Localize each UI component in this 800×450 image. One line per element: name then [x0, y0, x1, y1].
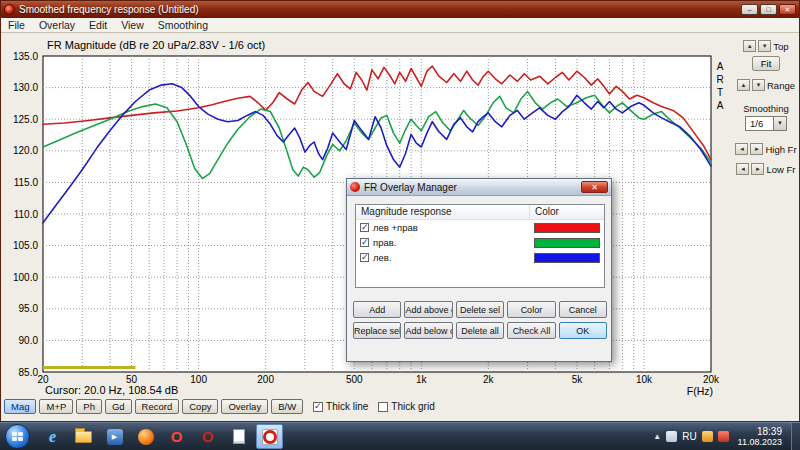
side-panel: Top Fit Range Smoothing 1/6 High Fr: [734, 37, 798, 175]
low-fr-label: Low Fr: [766, 164, 795, 175]
arta-taskbar-icon[interactable]: [256, 424, 283, 449]
smoothing-select[interactable]: 1/6: [745, 116, 787, 131]
menu-file[interactable]: File: [1, 19, 32, 31]
ie-icon[interactable]: [39, 424, 66, 449]
dialog-titlebar[interactable]: FR Overlay Manager: [347, 179, 611, 196]
close-icon[interactable]: [779, 4, 796, 15]
svg-text:5k: 5k: [572, 374, 584, 385]
record-button[interactable]: Record: [135, 399, 180, 414]
overlay-item[interactable]: лев +прав: [356, 220, 604, 235]
color-button[interactable]: Color: [507, 301, 555, 318]
thick-grid-label: Thick grid: [391, 401, 434, 412]
overlay-button[interactable]: Overlay: [221, 399, 268, 414]
add-above-crs-button[interactable]: Add above crs: [404, 301, 452, 318]
svg-text:100.0: 100.0: [13, 272, 38, 283]
bw-button[interactable]: B/W: [271, 399, 303, 414]
explorer-icon[interactable]: [70, 424, 97, 449]
range-down-button[interactable]: [752, 79, 765, 91]
fit-button[interactable]: Fit: [752, 56, 781, 71]
firefox-glyph: [138, 429, 154, 445]
tray-icon-2[interactable]: [702, 431, 713, 442]
overlay-item-checkbox[interactable]: [360, 253, 369, 262]
document-icon[interactable]: [225, 424, 252, 449]
maximize-icon[interactable]: [760, 4, 777, 15]
m-plus-p-button[interactable]: M+P: [39, 399, 73, 414]
dialog-close-icon[interactable]: [581, 181, 608, 193]
overlay-item-color-swatch: [534, 223, 600, 233]
svg-text:T: T: [717, 87, 723, 98]
svg-text:1k: 1k: [416, 374, 428, 385]
overlay-list[interactable]: Magnitude response Color лев +правправ.л…: [355, 204, 605, 288]
high-fr-left-button[interactable]: [735, 143, 748, 155]
cursor-status: Cursor: 20.0 Hz, 108.54 dB: [45, 384, 178, 396]
opera-icon[interactable]: [163, 424, 190, 449]
opera-2-icon[interactable]: [194, 424, 221, 449]
overlay-item[interactable]: лев.: [356, 250, 604, 265]
overlay-item-checkbox[interactable]: [360, 223, 369, 232]
svg-text:100: 100: [190, 374, 207, 385]
thick-line-label: Thick line: [326, 401, 368, 412]
mag-button[interactable]: Mag: [4, 399, 36, 414]
bottom-toolbar: Mag M+P Ph Gd Record Copy Overlay B/W Th…: [4, 399, 435, 414]
overlay-list-header: Magnitude response Color: [356, 205, 604, 220]
column-magnitude-response[interactable]: Magnitude response: [356, 205, 530, 219]
top-up-button[interactable]: [743, 40, 756, 52]
high-fr-right-button[interactable]: [750, 143, 763, 155]
overlay-item-color-swatch: [534, 238, 600, 248]
tray-icon-3[interactable]: [718, 431, 729, 442]
svg-text:10k: 10k: [636, 374, 653, 385]
svg-text:105.0: 105.0: [13, 240, 38, 251]
low-fr-right-button[interactable]: [751, 163, 764, 175]
svg-text:125.0: 125.0: [13, 114, 38, 125]
overlay-item-color-swatch: [534, 253, 600, 263]
top-down-button[interactable]: [758, 40, 771, 52]
delete-sel-button[interactable]: Delete sel: [456, 301, 504, 318]
menu-smoothing[interactable]: Smoothing: [151, 19, 215, 31]
hidden-icons-icon[interactable]: [653, 432, 661, 441]
document-glyph: [233, 429, 245, 444]
column-color[interactable]: Color: [530, 205, 604, 219]
check-all-button[interactable]: Check All: [507, 322, 555, 339]
top-label: Top: [773, 41, 788, 52]
fr-overlay-manager-dialog: FR Overlay Manager Magnitude response Co…: [346, 178, 612, 362]
taskbar-clock[interactable]: 18:39 11.08.2023: [738, 426, 782, 448]
svg-text:85.0: 85.0: [19, 367, 39, 378]
low-fr-left-button[interactable]: [736, 163, 749, 175]
show-desktop-button[interactable]: [791, 423, 800, 450]
copy-button[interactable]: Copy: [182, 399, 218, 414]
media-player-icon[interactable]: [101, 424, 128, 449]
ok-button[interactable]: OK: [559, 322, 607, 339]
replace-sel-button[interactable]: Replace sel: [353, 322, 401, 339]
overlay-list-rows: лев +правправ.лев.: [356, 220, 604, 265]
menubar: File Overlay Edit View Smoothing: [1, 18, 799, 33]
minimize-icon[interactable]: [741, 4, 758, 15]
thick-grid-checkbox[interactable]: [378, 402, 388, 412]
folder-glyph: [75, 431, 92, 443]
svg-text:95.0: 95.0: [19, 303, 39, 314]
thick-line-checkbox[interactable]: [313, 402, 323, 412]
ph-button[interactable]: Ph: [76, 399, 102, 414]
high-fr-label: High Fr: [765, 144, 796, 155]
svg-text:20k: 20k: [703, 374, 720, 385]
start-button[interactable]: [5, 424, 30, 449]
menu-edit[interactable]: Edit: [82, 19, 114, 31]
thick-grid-option[interactable]: Thick grid: [378, 401, 434, 412]
range-up-button[interactable]: [737, 79, 750, 91]
firefox-icon[interactable]: [132, 424, 159, 449]
gd-button[interactable]: Gd: [105, 399, 132, 414]
language-indicator[interactable]: RU: [682, 431, 696, 442]
tray-icon-1[interactable]: [666, 431, 677, 442]
add-below-crs-button[interactable]: Add below crs: [404, 322, 452, 339]
overlay-item[interactable]: прав.: [356, 235, 604, 250]
overlay-item-checkbox[interactable]: [360, 238, 369, 247]
svg-text:R: R: [716, 74, 723, 85]
add-button[interactable]: Add: [353, 301, 401, 318]
menu-overlay[interactable]: Overlay: [32, 19, 82, 31]
opera-2-glyph: [202, 428, 214, 446]
overlay-item-label: лев +прав: [373, 222, 534, 233]
menu-view[interactable]: View: [114, 19, 151, 31]
delete-all-button[interactable]: Delete all: [456, 322, 504, 339]
thick-line-option[interactable]: Thick line: [313, 401, 368, 412]
cancel-button[interactable]: Cancel: [559, 301, 607, 318]
titlebar[interactable]: Smoothed frequency response (Untitled): [1, 1, 799, 18]
